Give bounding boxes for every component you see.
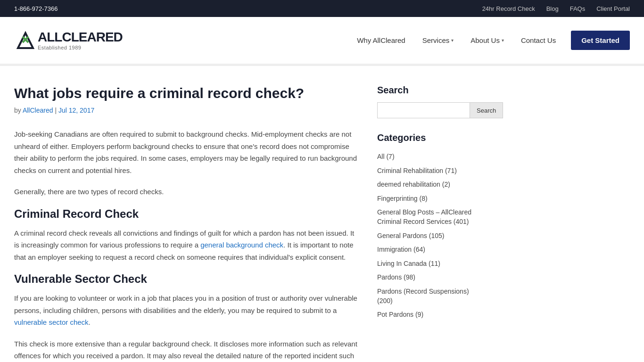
section1-para1: A criminal record check reveals all conv… xyxy=(14,227,358,263)
meta-author-link[interactable]: AllCleared xyxy=(23,107,53,114)
article-title: What jobs require a criminal record chec… xyxy=(14,85,358,102)
main-nav: Why AllCleared Services ▾ About Us ▾ Con… xyxy=(350,31,630,50)
category-item[interactable]: Pardons (98) xyxy=(377,271,486,285)
meta-date: Jul 12, 2017 xyxy=(58,107,94,114)
category-item[interactable]: General Pardons (105) xyxy=(377,229,486,243)
section2-text-after: . xyxy=(89,318,91,326)
services-chevron-icon: ▾ xyxy=(451,38,454,43)
vulnerable-sector-check-link[interactable]: vulnerable sector check xyxy=(14,318,89,326)
article-para-1: Job-seeking Canadians are often required… xyxy=(14,128,358,176)
nav-why-allcleared[interactable]: Why AllCleared xyxy=(350,33,412,48)
search-title: Search xyxy=(377,85,486,96)
section1-title: Criminal Record Check xyxy=(14,207,358,221)
top-link-record-check[interactable]: 24hr Record Check xyxy=(482,5,535,12)
top-bar-links: 24hr Record Check Blog FAQs Client Porta… xyxy=(482,5,630,12)
main-container: What jobs require a criminal record chec… xyxy=(0,66,644,362)
logo-area[interactable]: ALLCLEARED Established 1989 xyxy=(14,29,123,52)
logo-cleared: CLEARED xyxy=(62,30,122,44)
nav-services[interactable]: Services ▾ xyxy=(416,33,461,48)
article-meta: by AllCleared | Jul 12, 2017 xyxy=(14,107,358,114)
section2-para2: This check is more extensive than a regu… xyxy=(14,338,358,362)
nav-about-us[interactable]: About Us ▾ xyxy=(464,33,511,48)
header: ALLCLEARED Established 1989 Why AllClear… xyxy=(0,17,644,64)
section2-text-before: If you are looking to volunteer or work … xyxy=(14,294,357,314)
logo-icon xyxy=(14,29,37,52)
phone-number[interactable]: 1-866-972-7366 xyxy=(14,5,58,12)
article-content: What jobs require a criminal record chec… xyxy=(14,85,358,362)
category-item[interactable]: deemed rehabilitation (2) xyxy=(377,178,486,192)
top-link-blog[interactable]: Blog xyxy=(546,5,559,12)
category-item[interactable]: Pardons (Record Suspensions) (200) xyxy=(377,285,486,308)
category-item[interactable]: General Blog Posts – AllCleared Criminal… xyxy=(377,206,486,229)
search-section: Search Search xyxy=(377,85,486,118)
category-item[interactable]: All (7) xyxy=(377,150,486,164)
search-input[interactable] xyxy=(377,102,470,118)
about-chevron-icon: ▾ xyxy=(502,38,504,43)
categories-section: Categories All (7)Criminal Rehabilitatio… xyxy=(377,132,486,322)
get-started-button[interactable]: Get Started xyxy=(571,31,630,50)
nav-contact-us[interactable]: Contact Us xyxy=(514,33,562,48)
section2-title: Vulnerable Sector Check xyxy=(14,272,358,286)
categories-title: Categories xyxy=(377,132,486,143)
search-box: Search xyxy=(377,102,486,118)
section2-para1: If you are looking to volunteer or work … xyxy=(14,292,358,329)
sidebar: Search Search Categories All (7)Criminal… xyxy=(377,85,486,362)
logo-text: ALLCLEARED xyxy=(38,31,123,44)
top-bar: 1-866-972-7366 24hr Record Check Blog FA… xyxy=(0,0,644,17)
search-button[interactable]: Search xyxy=(470,102,503,118)
logo[interactable]: ALLCLEARED Established 1989 xyxy=(14,29,123,52)
article-para-2: Generally, there are two types of record… xyxy=(14,186,358,198)
top-link-faqs[interactable]: FAQs xyxy=(570,5,586,12)
logo-all: ALL xyxy=(38,30,62,44)
general-background-check-link[interactable]: general background check xyxy=(200,241,283,249)
category-item[interactable]: Immigration (64) xyxy=(377,243,486,257)
top-link-client-portal[interactable]: Client Portal xyxy=(596,5,630,12)
categories-list: All (7)Criminal Rehabilitation (71)deeme… xyxy=(377,150,486,322)
category-item[interactable]: Fingerprinting (8) xyxy=(377,192,486,206)
category-item[interactable]: Pot Pardons (9) xyxy=(377,308,486,322)
category-item[interactable]: Living In Canada (11) xyxy=(377,257,486,271)
logo-established: Established 1989 xyxy=(38,45,123,50)
article-body: Job-seeking Canadians are often required… xyxy=(14,128,358,362)
category-item[interactable]: Criminal Rehabilitation (71) xyxy=(377,164,486,178)
